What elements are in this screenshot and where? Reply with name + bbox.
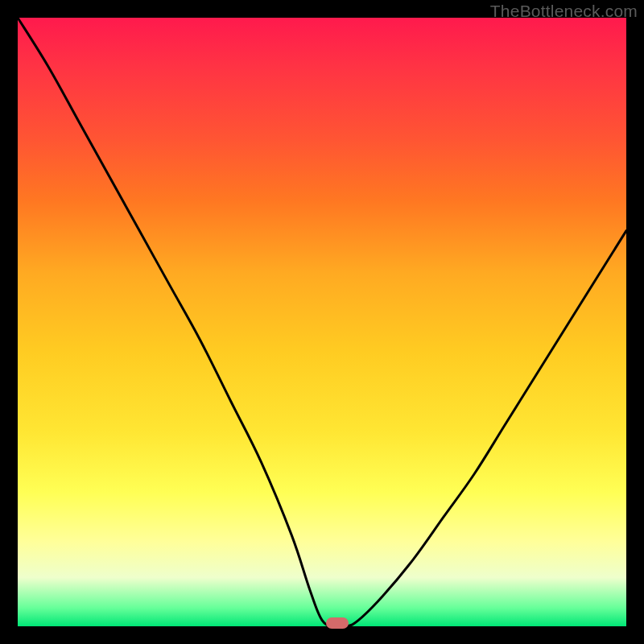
minimum-marker: [326, 617, 349, 629]
bottleneck-curve: [18, 18, 626, 626]
chart-container: TheBottleneck.com: [0, 0, 644, 644]
plot-area: [18, 18, 626, 626]
